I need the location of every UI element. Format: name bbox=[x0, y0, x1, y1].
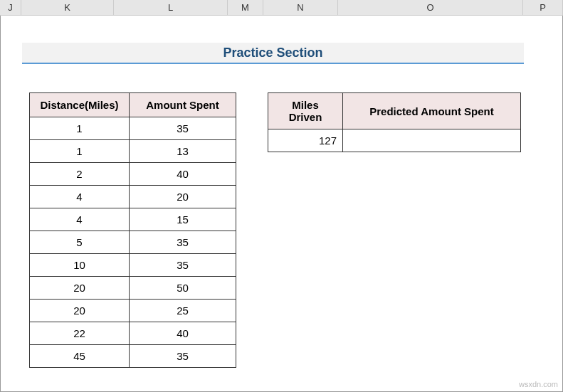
prediction-table: Miles Driven Predicted Amount Spent 127 bbox=[268, 92, 521, 152]
cell-distance[interactable]: 5 bbox=[30, 231, 130, 254]
table-row: 240 bbox=[30, 163, 236, 186]
col-header-N[interactable]: N bbox=[263, 0, 338, 15]
cell-amount[interactable]: 35 bbox=[130, 345, 236, 368]
header-amount[interactable]: Amount Spent bbox=[130, 93, 236, 117]
col-header-P[interactable]: P bbox=[523, 0, 563, 15]
table-header-row: Distance(Miles) Amount Spent bbox=[30, 93, 236, 117]
table-row: 4535 bbox=[30, 345, 236, 368]
cell-amount[interactable]: 20 bbox=[130, 186, 236, 208]
cell-miles-driven[interactable]: 127 bbox=[268, 129, 343, 152]
cell-amount[interactable]: 25 bbox=[130, 300, 236, 322]
table-row: 2240 bbox=[30, 322, 236, 345]
table-row: 415 bbox=[30, 208, 236, 231]
table-row: 135 bbox=[30, 117, 236, 140]
watermark: wsxdn.com bbox=[519, 380, 558, 388]
cell-distance[interactable]: 1 bbox=[30, 140, 130, 163]
page-title: Practice Section bbox=[223, 46, 322, 60]
title-banner: Practice Section bbox=[22, 43, 524, 64]
cell-distance[interactable]: 4 bbox=[30, 208, 130, 231]
cell-distance[interactable]: 20 bbox=[30, 300, 130, 322]
cell-amount[interactable]: 15 bbox=[130, 208, 236, 231]
cell-distance[interactable]: 22 bbox=[30, 322, 130, 345]
table-row: 420 bbox=[30, 186, 236, 208]
table-row: 2025 bbox=[30, 300, 236, 322]
column-headers-row: J K L M N O P bbox=[0, 0, 563, 16]
cell-amount[interactable]: 40 bbox=[130, 163, 236, 186]
cell-distance[interactable]: 4 bbox=[30, 186, 130, 208]
header-distance[interactable]: Distance(Miles) bbox=[30, 93, 130, 117]
col-header-K[interactable]: K bbox=[21, 0, 114, 15]
cell-distance[interactable]: 45 bbox=[30, 345, 130, 368]
table-row: 113 bbox=[30, 140, 236, 163]
cell-amount[interactable]: 35 bbox=[130, 254, 236, 277]
pred-row: 127 bbox=[268, 129, 521, 152]
table-row: 535 bbox=[30, 231, 236, 254]
worksheet-grid[interactable]: Practice Section Distance(Miles) Amount … bbox=[0, 16, 563, 392]
cell-predicted-amount[interactable] bbox=[343, 129, 521, 152]
col-header-L[interactable]: L bbox=[114, 0, 228, 15]
cell-amount[interactable]: 13 bbox=[130, 140, 236, 163]
table-row: 2050 bbox=[30, 277, 236, 300]
col-header-O[interactable]: O bbox=[338, 0, 523, 15]
cell-amount[interactable]: 50 bbox=[130, 277, 236, 300]
data-tbody: 135 113 240 420 415 535 1035 2050 2025 2… bbox=[30, 117, 236, 368]
header-miles-driven[interactable]: Miles Driven bbox=[268, 93, 343, 129]
pred-header-row: Miles Driven Predicted Amount Spent bbox=[268, 93, 521, 129]
col-header-J[interactable]: J bbox=[0, 0, 21, 15]
col-header-M[interactable]: M bbox=[228, 0, 263, 15]
header-predicted-amount[interactable]: Predicted Amount Spent bbox=[343, 93, 521, 129]
cell-distance[interactable]: 2 bbox=[30, 163, 130, 186]
cell-distance[interactable]: 1 bbox=[30, 117, 130, 140]
cell-distance[interactable]: 10 bbox=[30, 254, 130, 277]
cell-amount[interactable]: 40 bbox=[130, 322, 236, 345]
cell-amount[interactable]: 35 bbox=[130, 231, 236, 254]
cell-amount[interactable]: 35 bbox=[130, 117, 236, 140]
table-row: 1035 bbox=[30, 254, 236, 277]
cell-distance[interactable]: 20 bbox=[30, 277, 130, 300]
distance-amount-table: Distance(Miles) Amount Spent 135 113 240… bbox=[29, 92, 236, 368]
